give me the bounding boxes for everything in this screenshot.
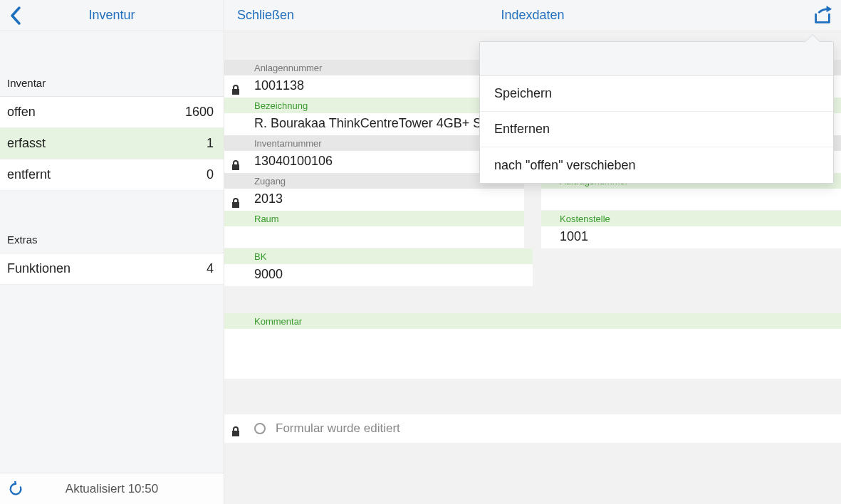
sidebar-header: Inventur [0, 0, 224, 31]
sidebar: Inventur Inventar offen 1600 erfasst 1 e… [0, 0, 224, 504]
form-gap [224, 379, 841, 414]
share-icon [812, 5, 833, 26]
app-root: Inventur Inventar offen 1600 erfasst 1 e… [0, 0, 841, 504]
updated-label: Aktualisiert 10:50 [31, 482, 224, 496]
menu-item-move[interactable]: nach "offen" verschieben [480, 147, 833, 183]
sidebar-footer: Aktualisiert 10:50 [0, 473, 224, 504]
actions-button[interactable] [804, 0, 841, 31]
field-kommentar[interactable]: Kommentar [224, 313, 841, 379]
field-value[interactable]: 9000 [224, 264, 533, 286]
section-label-extras: Extras [0, 228, 224, 253]
sidebar-gap [0, 31, 224, 71]
menu-item-remove[interactable]: Entfernen [480, 112, 833, 147]
form-gap [224, 286, 841, 313]
actions-menu-header [480, 42, 833, 76]
sidebar-item-entfernt[interactable]: entfernt 0 [0, 159, 224, 191]
close-button[interactable]: Schließen [224, 8, 307, 23]
actions-menu: Speichern Entfernen nach "offen" verschi… [479, 41, 834, 184]
chevron-left-icon [9, 6, 22, 26]
row-raum-kostenstelle: Raum Kostenstelle 1001 [224, 211, 841, 248]
lock-icon [231, 196, 244, 209]
sidebar-item-funktionen[interactable]: Funktionen 4 [0, 253, 224, 285]
sidebar-item-label: Funktionen [7, 261, 70, 276]
field-edited-flag: Formular wurde editiert [224, 414, 841, 443]
lock-icon [231, 426, 240, 440]
lock-icon [231, 83, 244, 96]
sidebar-item-offen[interactable]: offen 1600 [0, 97, 224, 128]
page-title: Indexdaten [224, 8, 841, 23]
radio-icon [254, 423, 266, 434]
sidebar-item-erfasst[interactable]: erfasst 1 [0, 128, 224, 159]
sidebar-body: Inventar offen 1600 erfasst 1 entfernt 0… [0, 31, 224, 473]
sidebar-title: Inventur [31, 8, 224, 23]
field-kostenstelle[interactable]: Kostenstelle 1001 [541, 211, 841, 248]
field-value[interactable]: 1001 [541, 226, 841, 248]
lock-icon [231, 159, 244, 172]
field-label: Raum [224, 211, 524, 226]
sidebar-item-count: 0 [207, 167, 214, 182]
field-label: Kostenstelle [541, 211, 841, 226]
refresh-button[interactable] [0, 473, 31, 505]
sidebar-gap [0, 191, 224, 228]
sidebar-item-label: offen [7, 105, 36, 120]
main-panel: Schließen Indexdaten Anlagennummer 10011… [224, 0, 841, 504]
field-value: 2013 [224, 189, 524, 211]
field-label: Kommentar [224, 313, 841, 329]
field-value[interactable] [224, 226, 524, 248]
field-raum[interactable]: Raum [224, 211, 524, 248]
refresh-icon [8, 481, 23, 497]
field-value[interactable] [541, 189, 841, 210]
field-label: BK [224, 248, 533, 264]
field-bk[interactable]: BK 9000 [224, 248, 533, 286]
section-label-inventar: Inventar [0, 71, 224, 97]
sidebar-item-count: 1600 [185, 105, 214, 120]
sidebar-item-label: entfernt [7, 167, 51, 182]
sidebar-fill [0, 285, 224, 473]
sidebar-item-count: 1 [207, 136, 214, 151]
field-value[interactable] [224, 329, 841, 379]
menu-item-save[interactable]: Speichern [480, 76, 833, 112]
main-header: Schließen Indexdaten [224, 0, 841, 31]
back-button[interactable] [0, 0, 31, 31]
sidebar-item-count: 4 [207, 261, 214, 276]
sidebar-item-label: erfasst [7, 136, 46, 151]
edited-label: Formular wurde editiert [276, 421, 400, 436]
